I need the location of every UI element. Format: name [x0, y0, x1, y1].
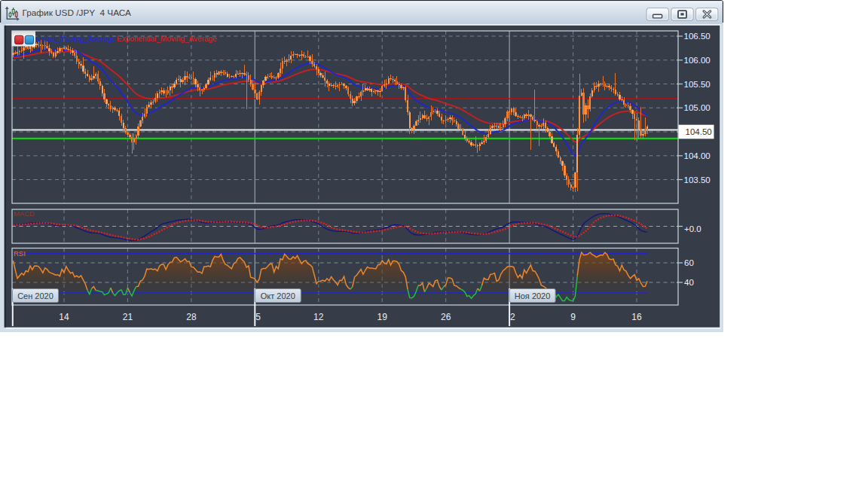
svg-text:104.50: 104.50 — [686, 127, 712, 136]
svg-text:2: 2 — [510, 312, 515, 322]
svg-text:16: 16 — [631, 312, 642, 322]
svg-text:40: 40 — [684, 278, 694, 287]
svg-text:105.00: 105.00 — [684, 103, 711, 112]
svg-text:Окт 2020: Окт 2020 — [261, 291, 295, 300]
svg-text:+0.0: +0.0 — [684, 224, 701, 233]
svg-text:Сен 2020: Сен 2020 — [17, 291, 53, 300]
svg-text:28: 28 — [186, 312, 197, 322]
svg-text:14: 14 — [59, 312, 69, 322]
svg-text:104.00: 104.00 — [684, 151, 711, 160]
svg-text:19: 19 — [377, 312, 388, 322]
svg-text:103.50: 103.50 — [684, 175, 711, 185]
svg-text:MACD: MACD — [14, 209, 35, 218]
svg-text:105.50: 105.50 — [684, 80, 711, 89]
svg-text:RSI: RSI — [14, 249, 26, 258]
svg-text:9: 9 — [570, 312, 576, 322]
svg-text:12: 12 — [313, 312, 324, 322]
svg-text:Exponential_Moving_Average: Exponential_Moving_Average — [117, 35, 217, 43]
svg-text:106.50: 106.50 — [684, 32, 711, 41]
svg-text:Ноя 2020: Ноя 2020 — [515, 291, 551, 300]
svg-text:График USD /JPY 4 ЧАСА: График USD /JPY 4 ЧАСА — [23, 8, 132, 18]
svg-text:5: 5 — [255, 312, 261, 322]
svg-text:106.00: 106.00 — [684, 56, 711, 65]
svg-text:26: 26 — [441, 312, 451, 322]
svg-text:21: 21 — [123, 312, 133, 322]
svg-text:60: 60 — [684, 258, 694, 267]
